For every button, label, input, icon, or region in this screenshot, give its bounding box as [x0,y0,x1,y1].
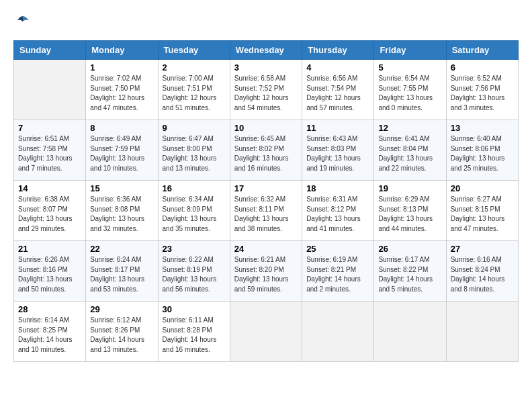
calendar-cell: 30Sunrise: 6:11 AMSunset: 8:28 PMDayligh… [158,302,230,362]
calendar-cell: 25Sunrise: 6:19 AMSunset: 8:21 PMDayligh… [302,241,374,302]
calendar-cell: 18Sunrise: 6:31 AMSunset: 8:12 PMDayligh… [302,181,374,241]
calendar-cell: 5Sunrise: 6:54 AMSunset: 7:55 PMDaylight… [374,60,446,120]
day-number: 4 [306,62,369,73]
calendar-cell: 1Sunrise: 7:02 AMSunset: 7:50 PMDaylight… [86,60,158,120]
calendar-cell: 9Sunrise: 6:47 AMSunset: 8:00 PMDaylight… [158,120,230,181]
day-number: 23 [163,244,226,254]
day-number: 1 [90,62,153,73]
day-info: Sunrise: 6:21 AMSunset: 8:20 PMDaylight:… [234,255,298,294]
day-info: Sunrise: 6:40 AMSunset: 8:06 PMDaylight:… [451,134,514,173]
weekday-header: Thursday [302,41,374,60]
calendar-cell: 15Sunrise: 6:36 AMSunset: 8:08 PMDayligh… [86,181,158,241]
day-number: 26 [378,244,441,254]
day-info: Sunrise: 6:31 AMSunset: 8:12 PMDaylight:… [306,195,369,234]
weekday-header: Sunday [14,41,86,60]
day-info: Sunrise: 6:45 AMSunset: 8:02 PMDaylight:… [234,134,298,173]
day-number: 22 [90,244,153,254]
calendar-cell: 3Sunrise: 6:58 AMSunset: 7:52 PMDaylight… [230,60,302,120]
day-number: 6 [451,62,514,73]
day-info: Sunrise: 6:43 AMSunset: 8:03 PMDaylight:… [306,134,369,173]
day-number: 12 [378,123,441,133]
day-number: 17 [234,183,298,193]
weekday-header: Saturday [446,41,518,60]
calendar-cell: 17Sunrise: 6:32 AMSunset: 8:11 PMDayligh… [230,181,302,241]
day-number: 24 [234,244,298,254]
calendar-cell: 29Sunrise: 6:12 AMSunset: 8:26 PMDayligh… [86,302,158,362]
day-number: 25 [306,244,369,254]
calendar-cell: 23Sunrise: 6:22 AMSunset: 8:19 PMDayligh… [158,241,230,302]
day-number: 11 [306,123,369,133]
weekday-header: Friday [374,41,446,60]
calendar-header-row: SundayMondayTuesdayWednesdayThursdayFrid… [14,41,519,60]
weekday-header: Wednesday [230,41,302,60]
day-number: 14 [18,183,81,193]
day-number: 7 [18,123,81,133]
calendar-cell: 21Sunrise: 6:26 AMSunset: 8:16 PMDayligh… [14,241,86,302]
logo-bird-icon [15,13,31,30]
calendar-cell: 22Sunrise: 6:24 AMSunset: 8:17 PMDayligh… [86,241,158,302]
day-info: Sunrise: 6:41 AMSunset: 8:04 PMDaylight:… [378,134,441,173]
day-info: Sunrise: 6:38 AMSunset: 8:07 PMDaylight:… [18,195,81,234]
day-number: 20 [451,183,514,193]
calendar-table: SundayMondayTuesdayWednesdayThursdayFrid… [13,40,519,362]
day-number: 10 [234,123,298,133]
day-number: 5 [378,62,441,73]
logo [13,13,31,30]
weekday-header: Monday [86,41,158,60]
day-info: Sunrise: 6:17 AMSunset: 8:22 PMDaylight:… [378,255,441,294]
calendar-cell [446,302,518,362]
day-number: 29 [90,304,153,314]
calendar-week-row: 28Sunrise: 6:14 AMSunset: 8:25 PMDayligh… [14,302,519,362]
calendar-cell: 8Sunrise: 6:49 AMSunset: 7:59 PMDaylight… [86,120,158,181]
day-number: 21 [18,244,81,254]
day-info: Sunrise: 6:58 AMSunset: 7:52 PMDaylight:… [234,74,298,113]
day-info: Sunrise: 6:27 AMSunset: 8:15 PMDaylight:… [451,195,514,234]
calendar-cell [374,302,446,362]
day-number: 15 [90,183,153,193]
calendar-cell: 20Sunrise: 6:27 AMSunset: 8:15 PMDayligh… [446,181,518,241]
calendar-cell: 19Sunrise: 6:29 AMSunset: 8:13 PMDayligh… [374,181,446,241]
day-info: Sunrise: 6:52 AMSunset: 7:56 PMDaylight:… [451,74,514,113]
day-number: 19 [378,183,441,193]
calendar-week-row: 1Sunrise: 7:02 AMSunset: 7:50 PMDaylight… [14,60,519,120]
day-info: Sunrise: 6:16 AMSunset: 8:24 PMDaylight:… [451,255,514,294]
calendar-cell: 27Sunrise: 6:16 AMSunset: 8:24 PMDayligh… [446,241,518,302]
day-info: Sunrise: 6:49 AMSunset: 7:59 PMDaylight:… [90,134,153,173]
day-number: 30 [163,304,226,314]
calendar-cell: 14Sunrise: 6:38 AMSunset: 8:07 PMDayligh… [14,181,86,241]
calendar-cell [230,302,302,362]
day-info: Sunrise: 6:14 AMSunset: 8:25 PMDaylight:… [18,316,81,355]
calendar-cell: 6Sunrise: 6:52 AMSunset: 7:56 PMDaylight… [446,60,518,120]
day-info: Sunrise: 6:47 AMSunset: 8:00 PMDaylight:… [163,134,226,173]
calendar-cell: 26Sunrise: 6:17 AMSunset: 8:22 PMDayligh… [374,241,446,302]
day-number: 27 [451,244,514,254]
day-info: Sunrise: 6:19 AMSunset: 8:21 PMDaylight:… [306,255,369,294]
calendar-cell: 16Sunrise: 6:34 AMSunset: 8:09 PMDayligh… [158,181,230,241]
day-info: Sunrise: 6:34 AMSunset: 8:09 PMDaylight:… [163,195,226,234]
day-info: Sunrise: 6:32 AMSunset: 8:11 PMDaylight:… [234,195,298,234]
day-number: 2 [163,62,226,73]
calendar-week-row: 7Sunrise: 6:51 AMSunset: 7:58 PMDaylight… [14,120,519,181]
day-info: Sunrise: 6:12 AMSunset: 8:26 PMDaylight:… [90,316,153,355]
day-number: 13 [451,123,514,133]
calendar-cell [14,60,86,120]
day-info: Sunrise: 7:02 AMSunset: 7:50 PMDaylight:… [90,74,153,113]
day-number: 18 [306,183,369,193]
calendar-week-row: 14Sunrise: 6:38 AMSunset: 8:07 PMDayligh… [14,181,519,241]
day-info: Sunrise: 6:26 AMSunset: 8:16 PMDaylight:… [18,255,81,294]
calendar-cell: 4Sunrise: 6:56 AMSunset: 7:54 PMDaylight… [302,60,374,120]
day-info: Sunrise: 6:54 AMSunset: 7:55 PMDaylight:… [378,74,441,113]
calendar-week-row: 21Sunrise: 6:26 AMSunset: 8:16 PMDayligh… [14,241,519,302]
calendar-cell: 13Sunrise: 6:40 AMSunset: 8:06 PMDayligh… [446,120,518,181]
page-header [13,13,519,30]
day-info: Sunrise: 6:36 AMSunset: 8:08 PMDaylight:… [90,195,153,234]
day-info: Sunrise: 6:56 AMSunset: 7:54 PMDaylight:… [306,74,369,113]
calendar-cell: 2Sunrise: 7:00 AMSunset: 7:51 PMDaylight… [158,60,230,120]
calendar-cell: 24Sunrise: 6:21 AMSunset: 8:20 PMDayligh… [230,241,302,302]
weekday-header: Tuesday [158,41,230,60]
day-info: Sunrise: 6:22 AMSunset: 8:19 PMDaylight:… [163,255,226,294]
calendar-cell: 28Sunrise: 6:14 AMSunset: 8:25 PMDayligh… [14,302,86,362]
day-number: 28 [18,304,81,314]
calendar-cell: 10Sunrise: 6:45 AMSunset: 8:02 PMDayligh… [230,120,302,181]
day-number: 3 [234,62,298,73]
